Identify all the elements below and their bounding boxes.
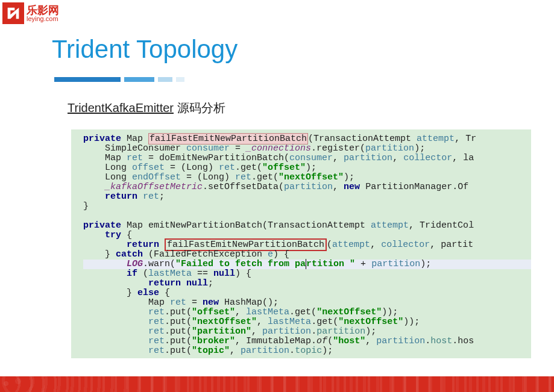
title-divider xyxy=(54,77,184,82)
subtitle: TridentKafkaEmitter 源码分析 xyxy=(68,100,225,116)
footer-decoration xyxy=(0,376,554,392)
logo-mark xyxy=(2,2,24,24)
subtitle-link: TridentKafkaEmitter xyxy=(68,101,174,114)
highlighted-line: LOG.warn("Failed to fetch from partition… xyxy=(83,260,531,269)
logo: 乐影网 leying.com xyxy=(2,2,59,24)
logo-text-cn: 乐影网 xyxy=(27,5,59,16)
code-block: private Map failFastEmitNewPartitionBatc… xyxy=(71,129,531,358)
logo-text-en: leying.com xyxy=(27,16,59,22)
subtitle-rest: 源码分析 xyxy=(174,101,225,114)
page-title: Trident Topology xyxy=(52,35,238,64)
